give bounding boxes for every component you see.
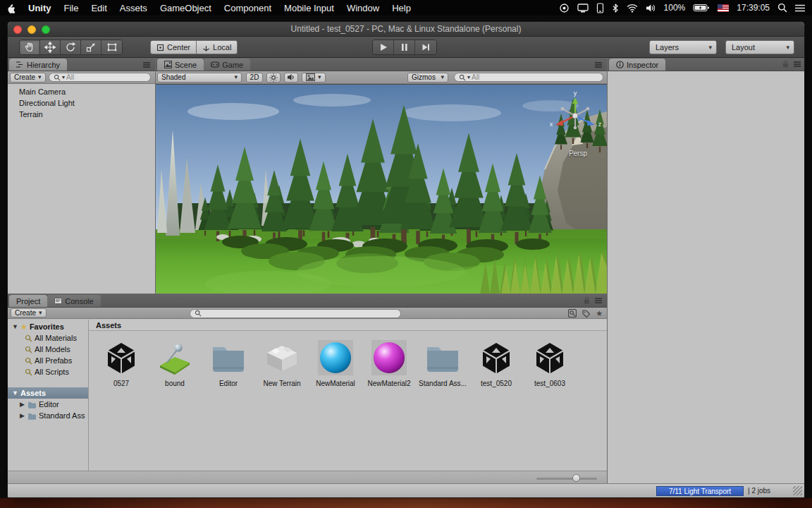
window-titlebar[interactable]: Untitled - test_0527 - PC, Mac & Linux S… <box>8 22 804 37</box>
lock-icon[interactable] <box>782 60 789 68</box>
asset-standard-assets-folder[interactable]: Standard Ass... <box>416 338 469 387</box>
pause-button[interactable] <box>394 40 415 54</box>
wifi-icon[interactable] <box>627 4 638 13</box>
menu-help[interactable]: Help <box>386 0 417 16</box>
rect-tool-button[interactable] <box>102 40 122 54</box>
close-window-button[interactable] <box>13 25 22 34</box>
asset-test-0520[interactable]: test_0520 <box>469 338 523 387</box>
projection-mode-label[interactable]: Persp <box>569 150 587 157</box>
menu-unity[interactable]: Unity <box>22 0 58 16</box>
toggle-2d-button[interactable]: 2D <box>246 73 263 83</box>
foldout-closed-icon[interactable]: ▶ <box>19 401 25 408</box>
bluetooth-icon[interactable] <box>612 3 619 13</box>
pivot-local-button[interactable]: Local <box>197 40 238 54</box>
device-icon[interactable] <box>596 3 604 13</box>
favorites-item-all-scripts[interactable]: All Scripts <box>8 366 88 377</box>
hand-tool-button[interactable] <box>20 40 40 54</box>
shading-mode-dropdown[interactable]: Shaded ▾ <box>157 73 242 83</box>
tab-console[interactable]: Console <box>47 295 100 307</box>
tab-scene[interactable]: Scene <box>157 59 204 71</box>
keyboard-flag-icon[interactable] <box>718 4 729 12</box>
move-tool-button[interactable] <box>40 40 61 54</box>
tab-game[interactable]: Game <box>204 59 250 71</box>
tab-inspector[interactable]: Inspector <box>609 59 665 71</box>
panel-menu-icon[interactable] <box>595 298 602 303</box>
saved-search-star-icon[interactable]: ★ <box>596 310 603 318</box>
search-by-type-icon[interactable] <box>568 309 577 318</box>
menu-file[interactable]: File <box>58 0 85 16</box>
menu-edit[interactable]: Edit <box>85 0 113 16</box>
tab-hierarchy[interactable]: Hierarchy <box>9 59 67 71</box>
notification-center-icon[interactable] <box>795 4 805 12</box>
menu-mobile-input[interactable]: Mobile Input <box>278 0 340 16</box>
create-label: Create <box>15 309 36 317</box>
display-icon[interactable] <box>577 4 589 13</box>
asset-editor-folder[interactable]: Editor <box>202 338 255 387</box>
menu-component[interactable]: Component <box>218 0 278 16</box>
project-create-button[interactable]: Create ▾ <box>11 308 47 318</box>
gizmo-z-axis[interactable] <box>587 120 595 126</box>
hierarchy-item-directional-light[interactable]: Directional Light <box>8 97 155 109</box>
play-button[interactable] <box>373 40 394 54</box>
foldout-closed-icon[interactable]: ▶ <box>19 412 25 419</box>
asset-test-0603[interactable]: test_0603 <box>523 338 577 387</box>
asset-newmaterial2[interactable]: NewMaterial2 <box>362 338 416 387</box>
asset-newmaterial[interactable]: NewMaterial <box>309 338 362 387</box>
layers-dropdown[interactable]: Layers ▾ <box>649 40 717 54</box>
scene-viewport[interactable]: y x z Persp <box>156 84 607 294</box>
panel-menu-icon[interactable] <box>595 62 602 68</box>
favorites-item-all-materials[interactable]: All Materials <box>8 332 88 344</box>
resize-grip[interactable] <box>793 486 802 495</box>
pivot-center-button[interactable]: Center <box>150 40 197 54</box>
minimize-window-button[interactable] <box>27 25 36 34</box>
menu-assets[interactable]: Assets <box>113 0 154 16</box>
hierarchy-item-terrain[interactable]: Terrain <box>8 109 155 120</box>
favorites-item-all-prefabs[interactable]: All Prefabs <box>8 355 88 366</box>
gizmo-x-axis[interactable] <box>555 120 563 126</box>
tab-project[interactable]: Project <box>9 295 47 307</box>
lock-icon[interactable] <box>584 296 590 304</box>
layout-dropdown[interactable]: Layout ▾ <box>725 40 794 54</box>
scale-tool-button[interactable] <box>81 40 102 54</box>
hierarchy-item-main-camera[interactable]: Main Camera <box>8 86 155 97</box>
volume-icon[interactable] <box>646 4 656 13</box>
thumbnail-zoom-slider[interactable] <box>536 478 597 480</box>
foldout-open-icon[interactable]: ▼ <box>12 389 18 397</box>
foldout-open-icon[interactable]: ▼ <box>12 323 18 330</box>
project-search-input[interactable] <box>190 309 401 318</box>
menu-gameobject[interactable]: GameObject <box>154 0 218 16</box>
gizmo-y-axis[interactable] <box>572 97 578 104</box>
favorites-item-label: All Materials <box>35 334 77 342</box>
gizmos-dropdown[interactable]: Gizmos ▾ <box>407 73 448 83</box>
scene-lighting-toggle[interactable] <box>266 73 281 83</box>
asset-new-terrain[interactable]: New Terrain <box>255 338 309 387</box>
favorites-item-all-models[interactable]: All Models <box>8 344 88 355</box>
rotate-tool-button[interactable] <box>61 40 81 54</box>
scene-orientation-gizmo[interactable]: y x z <box>546 89 604 135</box>
tree-folder-editor[interactable]: ▶ Editor <box>8 399 88 410</box>
asset-0527[interactable]: 0527 <box>94 338 148 387</box>
thumbnail-zoom-thumb[interactable] <box>572 474 580 482</box>
favorites-header[interactable]: ▼ ★ Favorites <box>8 321 88 332</box>
panel-menu-icon[interactable] <box>143 62 150 68</box>
zoom-window-button[interactable] <box>42 25 50 34</box>
battery-icon[interactable] <box>693 4 710 12</box>
tree-folder-standard-assets[interactable]: ▶ Standard Ass <box>8 410 88 421</box>
apple-menu[interactable] <box>0 0 22 16</box>
step-button[interactable] <box>415 40 436 54</box>
hierarchy-search-input[interactable]: ▾ All <box>49 73 151 82</box>
panel-menu-icon[interactable] <box>794 61 801 67</box>
scene-search-input[interactable]: ▾ All <box>454 73 603 82</box>
menubar-clock[interactable]: 17:39:05 <box>737 3 770 13</box>
lightmap-bake-progress[interactable]: 7/11 Light Transport <box>656 486 744 496</box>
menu-window[interactable]: Window <box>340 0 386 16</box>
scene-audio-toggle[interactable] <box>284 73 298 83</box>
search-by-label-icon[interactable] <box>582 310 590 318</box>
scene-effects-dropdown[interactable]: ▾ <box>302 73 326 83</box>
gizmo-center[interactable] <box>572 113 578 119</box>
spotlight-icon[interactable] <box>777 3 787 13</box>
hierarchy-create-button[interactable]: Create ▾ <box>10 73 46 83</box>
asset-bound[interactable]: bound <box>148 338 202 387</box>
assets-root-folder[interactable]: ▼ Assets <box>8 387 88 399</box>
screen-record-icon[interactable] <box>559 3 570 13</box>
